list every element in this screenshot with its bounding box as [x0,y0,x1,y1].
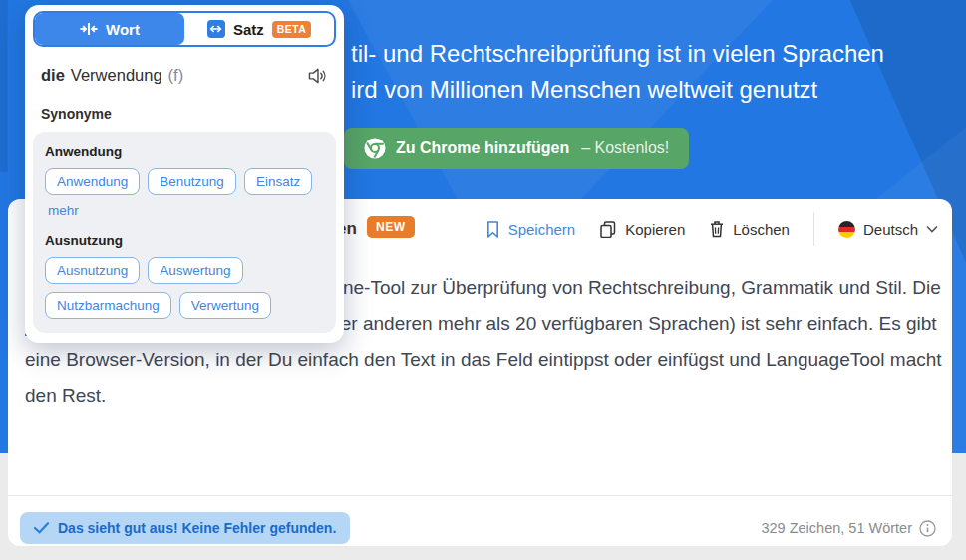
delete-button[interactable]: Löschen [709,220,790,238]
copy-icon [599,220,617,238]
info-icon[interactable] [919,520,936,537]
synonym-chip[interactable]: Anwendung [45,168,140,195]
text-line: den Rest. [25,378,937,414]
status-badge: Das sieht gut aus! Keine Fehler gefunden… [20,512,350,544]
copy-button[interactable]: Kopieren [599,220,685,238]
delete-label: Löschen [733,221,790,238]
more-synonyms-link[interactable]: mehr [48,203,79,218]
synonym-chip[interactable]: Verwertung [179,292,271,319]
speaker-icon [307,67,328,85]
word-count: 329 Zeichen, 51 Wörter [761,512,936,544]
bookmark-icon [485,220,500,239]
pronounce-button[interactable] [307,67,328,85]
synonym-chip-row: Ausnutzung Auswertung Nutzbarmachung Ver… [45,257,324,319]
synonym-chip[interactable]: Nutzbarmachung [45,292,171,319]
text-line: eine Browser-Version, in der Du einfach … [25,342,937,378]
hero-headline-line2: ird von Millionen Menschen weltweit genu… [351,72,884,108]
new-badge: NEW [367,216,415,238]
synonym-popup: Wort Satz BETA die Verwendung (f) [25,5,344,343]
editor-toolbar: Speichern Kopieren [485,199,938,259]
check-icon [34,522,49,534]
language-label: Deutsch [863,221,918,238]
status-message: Das sieht gut aus! Keine Fehler gefunden… [58,520,336,536]
double-arrow-icon [207,20,225,38]
toolbar-divider [813,212,814,246]
language-selector[interactable]: Deutsch [838,221,938,238]
page: til- und Rechtschreibprüfung ist in viel… [0,0,966,560]
synonym-chip[interactable]: Einsatz [244,168,312,195]
synonym-chip-row: Anwendung Benutzung Einsatz mehr [45,168,324,218]
save-button[interactable]: Speichern [485,220,576,239]
tab-sentence-label: Satz [233,21,264,38]
synonym-group-label: Anwendung [45,144,324,159]
footer-divider [8,495,952,496]
synonym-chip[interactable]: Ausnutzung [45,257,140,284]
synonyms-title: Synonyme [25,106,344,122]
cta-label: Zu Chrome hinzufügen [396,140,569,157]
cta-sublabel: – Kostenlos! [581,140,669,157]
word-term: Verwendung [71,66,162,85]
hero-headline: til- und Rechtschreibprüfung ist in viel… [351,36,884,108]
synonym-chip[interactable]: Benutzung [148,168,236,195]
beta-badge: BETA [272,21,311,38]
word-article: die [41,66,65,85]
word-width-icon [80,22,98,36]
chevron-down-icon [926,225,938,233]
german-flag-icon [838,221,855,238]
trash-icon [709,220,725,238]
synonyms-box: Anwendung Anwendung Benutzung Einsatz me… [33,132,336,333]
hero-headline-line1: til- und Rechtschreibprüfung ist in viel… [351,36,884,72]
word-header: die Verwendung (f) [25,66,344,85]
copy-label: Kopieren [625,221,685,238]
synonym-group-label: Ausnutzung [45,233,324,248]
save-label: Speichern [508,221,576,238]
word-count-text: 329 Zeichen, 51 Wörter [761,520,912,536]
popup-tab-bar: Wort Satz BETA [33,11,336,47]
tab-word-label: Wort [106,21,140,38]
chrome-icon [364,138,386,159]
add-to-chrome-button[interactable]: Zu Chrome hinzufügen – Kostenlos! [344,128,689,169]
synonym-chip[interactable]: Auswertung [148,257,242,284]
word-gender: (f) [168,66,184,85]
tab-word[interactable]: Wort [35,13,184,45]
tab-sentence[interactable]: Satz BETA [184,13,334,45]
